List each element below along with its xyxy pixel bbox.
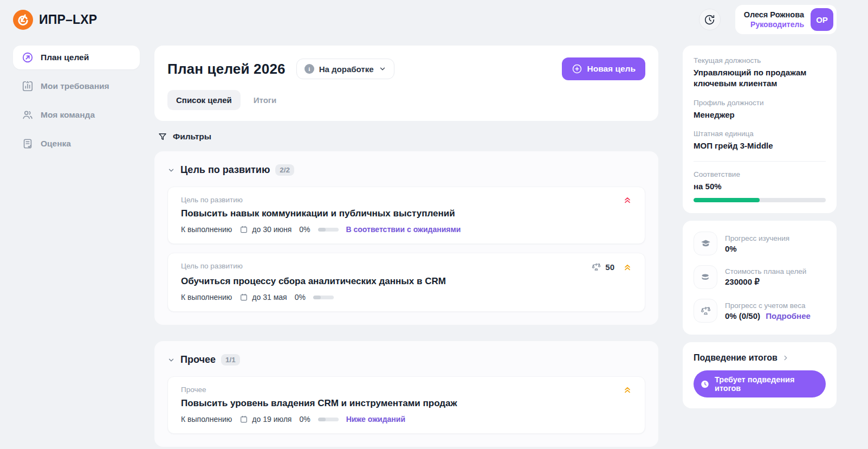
page-title: План целей 2026 <box>167 61 286 78</box>
goal-status: К выполнению <box>181 415 232 424</box>
details-link[interactable]: Подробнее <box>766 311 811 320</box>
sidebar-item-label: Оценка <box>41 139 71 149</box>
tab-results[interactable]: Итоги <box>245 90 286 110</box>
user-role: Руководитель <box>744 20 804 29</box>
assessment-icon <box>22 138 34 150</box>
match-label: Соответствие <box>694 170 826 178</box>
goal-card[interactable]: Цель по развитию Повысить навык коммуник… <box>167 187 645 244</box>
scales-icon <box>591 262 601 272</box>
section-header[interactable]: Прочее 1/1 <box>167 351 645 368</box>
filter-icon <box>158 132 167 142</box>
chevron-right-icon <box>782 354 789 362</box>
goal-due-date: до 30 июня <box>252 225 292 234</box>
priority-medium-icon <box>623 263 632 272</box>
sidebar-item-label: Мои требования <box>41 81 109 91</box>
top-bar: ИПР–LXP Олеся Рожнова Руководитель ОР <box>0 0 868 39</box>
stat-value: 0% (0/50) Подробнее <box>725 311 811 320</box>
plus-circle-icon <box>572 63 582 74</box>
scales-icon <box>700 305 711 317</box>
clock-icon <box>700 379 710 389</box>
divider <box>694 161 826 162</box>
chevron-down-icon <box>167 166 175 174</box>
section-title: Цель по развитию <box>180 164 270 176</box>
stat-label: Стоимость плана целей <box>725 267 806 275</box>
goal-progress-bar <box>318 418 339 421</box>
sidebar-item-label: Моя команда <box>41 110 95 120</box>
section-title: Прочее <box>180 354 216 365</box>
goal-progress: 0% <box>299 415 310 424</box>
field-value: Менеджер <box>694 110 826 120</box>
logo-text: ИПР–LXP <box>39 12 97 27</box>
stat-label: Прогресс изучения <box>725 234 789 242</box>
summary-link[interactable]: Подведение итогов <box>694 353 826 363</box>
logo-icon <box>13 10 33 30</box>
summary-status-badge[interactable]: Требует подведения итогов <box>694 370 826 397</box>
goal-progress-bar <box>313 296 334 299</box>
new-goal-button[interactable]: Новая цель <box>562 57 645 80</box>
calendar-icon <box>239 293 248 302</box>
avatar: ОР <box>811 8 833 31</box>
goal-rating-link[interactable]: Ниже ожиданий <box>346 415 405 424</box>
section-count-badge: 2/2 <box>275 164 294 176</box>
goal-due-date: до 31 мая <box>252 293 287 302</box>
goal-weight: 50 <box>591 262 614 272</box>
info-icon: i <box>305 64 314 74</box>
goal-status: К выполнению <box>181 293 232 302</box>
filters-label: Фильтры <box>173 132 211 142</box>
tabs: Список целей Итоги <box>167 90 645 110</box>
position-card: Текущая должность Управляющий по продажа… <box>683 46 837 213</box>
main-content: План целей 2026 i На доработке Новая цел… <box>154 46 658 449</box>
summary-title: Подведение итогов <box>694 353 778 363</box>
match-value: на 50% <box>694 181 826 192</box>
sidebar-item-goal-plan[interactable]: План целей <box>13 46 140 69</box>
goal-plan-header-card: План целей 2026 i На доработке Новая цел… <box>154 46 658 121</box>
section-count-badge: 1/1 <box>221 354 240 365</box>
coins-icon <box>700 272 711 283</box>
goal-card[interactable]: Прочее Повысить уровень владения CRM и и… <box>167 376 645 434</box>
section-header[interactable]: Цель по развитию 2/2 <box>167 161 645 178</box>
app-logo[interactable]: ИПР–LXP <box>13 10 97 30</box>
match-progress-bar <box>694 198 826 202</box>
goal-section-development: Цель по развитию 2/2 Цель по развитию По… <box>154 151 658 325</box>
tab-goal-list[interactable]: Список целей <box>167 90 241 110</box>
goal-due-date: до 19 июля <box>252 415 292 424</box>
team-icon <box>22 109 34 121</box>
goal-title: Повысить навык коммуникации и публичных … <box>181 208 632 219</box>
stat-row-plan-cost: Стоимость плана целей 230000 ₽ <box>694 265 826 289</box>
stat-row-weighted-progress: Прогресс с учетом веса 0% (0/50) Подробн… <box>694 299 826 323</box>
field-value: Управляющий по продажам ключевым клиента… <box>694 67 826 89</box>
plan-status-dropdown[interactable]: i На доработке <box>296 59 394 79</box>
sidebar-item-my-team[interactable]: Моя команда <box>13 103 140 127</box>
stat-value: 230000 ₽ <box>725 277 806 287</box>
plan-stats-card: Прогресс изучения 0% Стоимость плана цел… <box>683 221 837 335</box>
priority-high-icon <box>623 196 632 204</box>
goal-title: Обучиться процессу сбора аналитических д… <box>181 276 632 287</box>
goal-status: К выполнению <box>181 225 232 234</box>
history-icon <box>704 14 715 25</box>
chevron-down-icon <box>379 65 386 73</box>
filters-toggle[interactable]: Фильтры <box>158 132 655 142</box>
goal-category: Прочее <box>181 386 206 394</box>
user-menu[interactable]: Олеся Рожнова Руководитель ОР <box>735 5 837 34</box>
history-button[interactable] <box>699 9 721 30</box>
sidebar-item-my-requirements[interactable]: Мои требования <box>13 74 140 98</box>
goal-rating-link[interactable]: В соответствии с ожиданиями <box>346 225 461 234</box>
sidebar-item-assessment[interactable]: Оценка <box>13 132 140 156</box>
chart-icon <box>22 80 34 92</box>
goal-progress: 0% <box>299 225 310 234</box>
profile-panel: Текущая должность Управляющий по продажа… <box>683 46 837 416</box>
goal-arrow-icon <box>22 52 34 63</box>
priority-medium-icon <box>623 386 632 394</box>
education-icon <box>700 238 711 249</box>
summary-card: Подведение итогов Требует подведения ито… <box>683 342 837 408</box>
plan-status-label: На доработке <box>319 65 374 74</box>
goal-title: Повысить уровень владения CRM и инструме… <box>181 398 632 409</box>
goal-card[interactable]: Цель по развитию 50 <box>167 253 645 312</box>
stat-label: Прогресс с учетом веса <box>725 302 811 310</box>
sidebar: План целей Мои требования Моя команда <box>13 46 140 161</box>
goal-category: Цель по развитию <box>181 196 243 204</box>
chevron-down-icon <box>167 356 175 364</box>
goal-section-other: Прочее 1/1 Прочее Повысить уровень владе… <box>154 341 658 447</box>
field-label: Текущая должность <box>694 56 826 65</box>
calendar-icon <box>239 225 248 234</box>
